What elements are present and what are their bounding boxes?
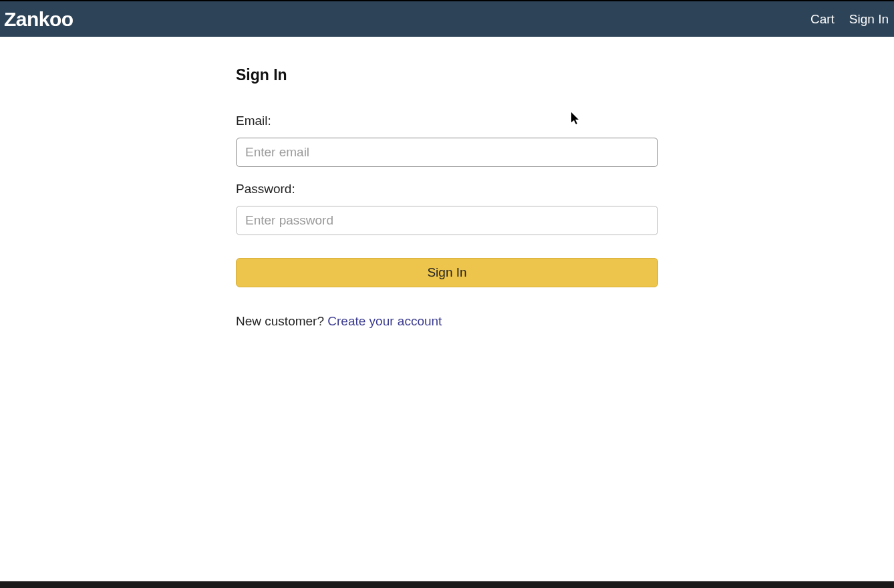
signup-prompt-text: New customer? (236, 314, 327, 328)
page-title: Sign In (236, 66, 658, 84)
email-group: Email: (236, 114, 658, 167)
nav-cart-link[interactable]: Cart (810, 12, 835, 27)
signin-button[interactable]: Sign In (236, 258, 658, 287)
signin-form-container: Sign In Email: Password: Sign In New cus… (236, 37, 658, 329)
navbar: Zankoo Cart Sign In (0, 1, 894, 37)
email-input[interactable] (236, 138, 658, 167)
password-group: Password: (236, 182, 658, 235)
signup-prompt-row: New customer? Create your account (236, 314, 658, 329)
nav-signin-link[interactable]: Sign In (849, 12, 889, 27)
brand-logo[interactable]: Zankoo (4, 8, 73, 31)
email-label: Email: (236, 114, 658, 128)
create-account-link[interactable]: Create your account (327, 314, 442, 328)
bottom-bar (0, 581, 894, 588)
password-input[interactable] (236, 206, 658, 235)
nav-right: Cart Sign In (810, 12, 891, 27)
password-label: Password: (236, 182, 658, 196)
